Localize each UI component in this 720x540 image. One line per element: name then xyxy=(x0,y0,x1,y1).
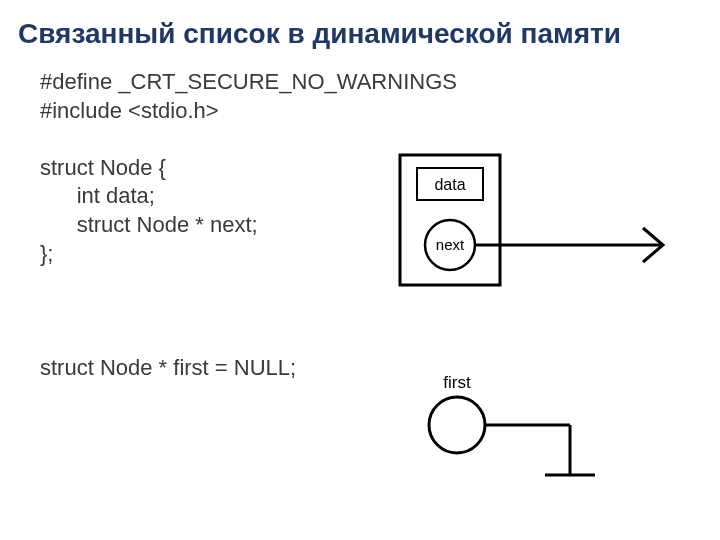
svg-point-4 xyxy=(429,397,485,453)
page-title: Связанный список в динамической памяти xyxy=(0,0,720,50)
code-line: int data; xyxy=(40,183,155,208)
first-label: first xyxy=(443,373,471,392)
first-diagram: first xyxy=(395,370,695,500)
data-label: data xyxy=(434,176,465,193)
code-line: struct Node { xyxy=(40,155,166,180)
code-line: struct Node * first = NULL; xyxy=(40,355,296,380)
code-line: #include <stdio.h> xyxy=(40,98,219,123)
node-diagram: data next xyxy=(395,150,695,300)
code-line: #define _CRT_SECURE_NO_WARNINGS xyxy=(40,69,457,94)
code-line: }; xyxy=(40,241,53,266)
next-label: next xyxy=(436,236,465,253)
code-line: struct Node * next; xyxy=(40,212,258,237)
